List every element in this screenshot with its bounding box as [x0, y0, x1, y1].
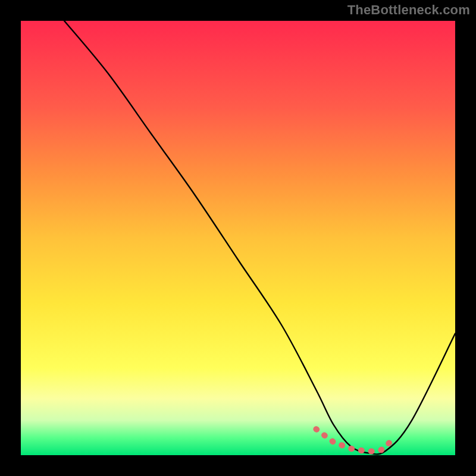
bottleneck-curve — [64, 21, 455, 454]
chart-frame: TheBottleneck.com — [0, 0, 476, 476]
curve-layer — [21, 21, 455, 455]
watermark-text: TheBottleneck.com — [347, 2, 470, 18]
optimal-zone-marker — [316, 429, 390, 452]
plot-area — [21, 21, 455, 455]
